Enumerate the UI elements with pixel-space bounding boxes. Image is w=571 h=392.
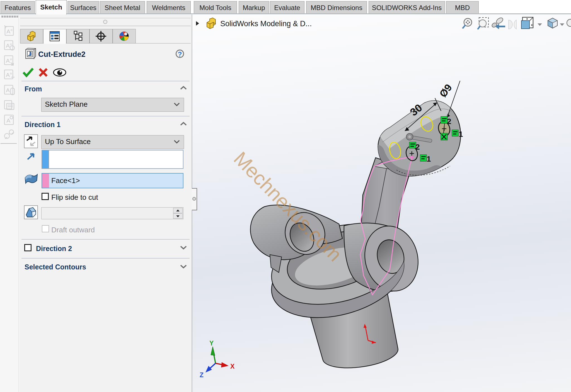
- svg-text:A: A: [6, 87, 10, 93]
- svg-text:Y: Y: [209, 340, 214, 347]
- svg-text:Z: Z: [200, 371, 204, 379]
- svg-text:2: 2: [447, 117, 451, 126]
- svg-text:X: X: [230, 363, 235, 370]
- svg-text:2: 2: [415, 143, 420, 151]
- svg-text:Ø9: Ø9: [437, 82, 454, 99]
- svg-text:A°: A°: [6, 42, 12, 49]
- svg-text:A°: A°: [6, 28, 13, 35]
- svg-text:1: 1: [459, 130, 463, 138]
- svg-text:SolidWorks Modeling & D...: SolidWorks Modeling & D...: [220, 20, 312, 28]
- svg-text:A: A: [6, 117, 10, 124]
- svg-text:1: 1: [427, 155, 431, 163]
